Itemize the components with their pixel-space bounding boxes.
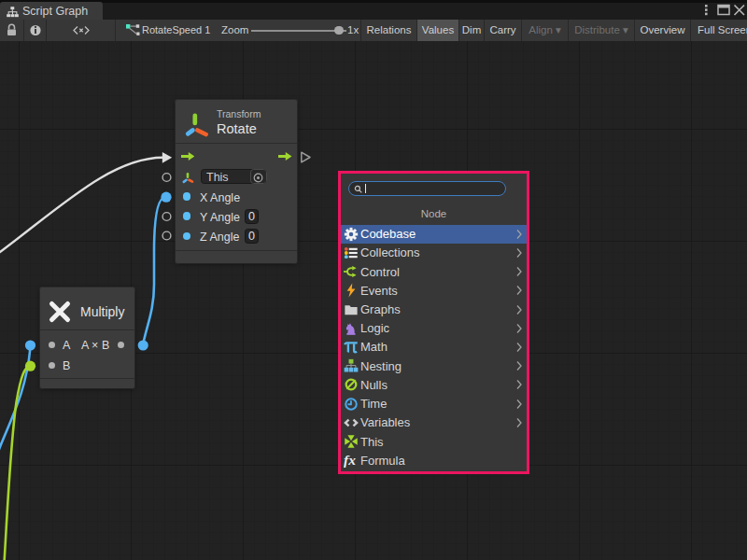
svg-text:fx: fx [344,453,356,468]
